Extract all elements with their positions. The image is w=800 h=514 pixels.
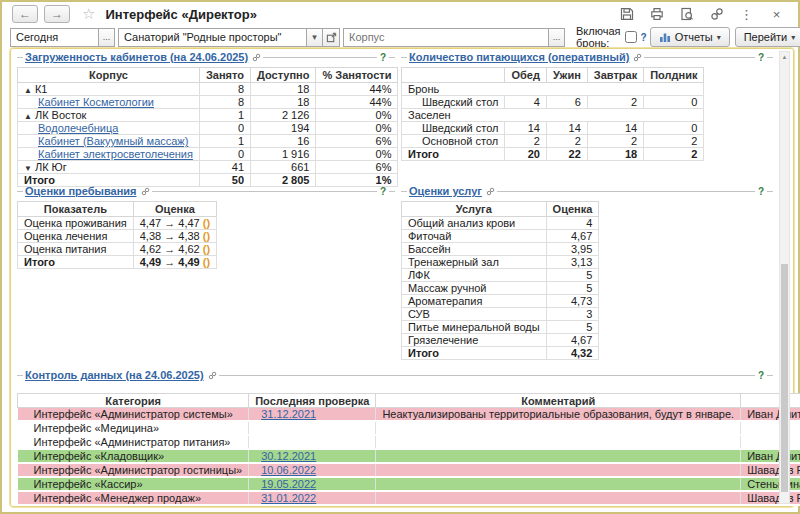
scroll-up-icon[interactable]: ▲ <box>780 52 789 62</box>
service-label: Ароматерапия <box>402 295 547 308</box>
panel-help-link[interactable]: ? <box>755 370 767 381</box>
meal-label: Шведский стол <box>402 122 505 135</box>
panel-data-control-title-link[interactable]: Контроль данных (на 24.06.2025) <box>23 369 206 381</box>
corpus-cell: Кабинет (Вакуумный массаж) <box>18 135 200 148</box>
more-menu-icon[interactable]: ⋮ <box>739 7 754 22</box>
service-label: Питье минеральной воды <box>402 321 547 334</box>
goto-report-icon[interactable] <box>141 187 150 196</box>
scrollbar-thumb[interactable] <box>781 264 788 492</box>
panel-meals-title-link[interactable]: Количество питающихся (оперативный) <box>407 51 631 63</box>
favorite-star-icon[interactable]: ☆ <box>82 5 95 23</box>
include-booking-help-link[interactable]: ? <box>641 32 647 43</box>
sanatorium-open-button[interactable] <box>323 28 340 47</box>
include-booking-checkbox[interactable] <box>625 31 637 43</box>
goto-button[interactable]: Перейти ▾ <box>735 27 800 47</box>
column-header[interactable]: Оценка <box>546 202 599 217</box>
table-row: Интерфейс «Администратор питания» <box>18 435 800 449</box>
panel-help-link[interactable]: ? <box>755 52 767 63</box>
close-icon[interactable]: × <box>769 7 784 22</box>
table-row: Итого2022182 <box>402 148 704 161</box>
rating-cell: 4,73 <box>546 295 599 308</box>
column-header[interactable]: Корпус <box>18 68 200 83</box>
panel-help-link[interactable]: ? <box>755 186 767 197</box>
column-header[interactable]: Ответственный <box>741 394 800 408</box>
column-header[interactable]: Доступно <box>251 68 316 83</box>
cabinet-link[interactable]: Водолечебница <box>38 122 118 134</box>
group-label[interactable]: Бронь <box>402 83 704 96</box>
column-header[interactable]: Услуга <box>402 202 547 217</box>
column-header[interactable]: Категория <box>18 394 249 408</box>
column-header[interactable]: Ужин <box>546 68 587 83</box>
goto-report-icon[interactable] <box>208 371 217 380</box>
column-header[interactable]: Полдник <box>644 68 704 83</box>
expand-icon[interactable]: ▲ <box>24 112 32 121</box>
table-row: Интерфейс «Кассир»19.05.2022Стеньшина Лю… <box>18 477 800 491</box>
column-header[interactable] <box>402 68 505 83</box>
service-label: Общий анализ крови <box>402 217 547 230</box>
panel-help-link[interactable]: ? <box>377 52 389 63</box>
value-cell: 18 <box>251 83 316 96</box>
reports-button[interactable]: Отчеты ▾ <box>650 27 730 47</box>
sanatorium-field: ▾ <box>118 28 340 47</box>
save-icon[interactable] <box>619 7 634 22</box>
goto-report-icon[interactable] <box>252 53 261 62</box>
check-date-link[interactable]: 19.05.2022 <box>261 478 316 490</box>
column-header[interactable]: Завтрак <box>587 68 643 83</box>
expand-icon[interactable]: ▼ <box>24 164 32 173</box>
korpus-input[interactable] <box>343 28 548 47</box>
category-cell: Интерфейс «Администратор гостиницы» <box>18 463 249 477</box>
panel-help-link[interactable]: ? <box>377 186 389 197</box>
category-cell: Интерфейс «Администратор системы» <box>18 408 249 422</box>
value-cell: 0% <box>316 148 398 161</box>
panel-stay-ratings-title-link[interactable]: Оценки пребывания <box>23 185 139 197</box>
corpus-cell: Кабинет электросветолечения <box>18 148 200 161</box>
panel-meals: Количество питающихся (оперативный) ? Об… <box>401 51 773 183</box>
cabinet-link[interactable]: Кабинет электросветолечения <box>38 148 193 160</box>
goto-report-icon[interactable] <box>486 187 495 196</box>
period-input[interactable] <box>10 28 98 47</box>
column-header[interactable]: Оценка <box>133 202 216 217</box>
print-icon[interactable] <box>649 7 664 22</box>
column-header[interactable]: Последняя проверка <box>249 394 376 408</box>
preview-icon[interactable] <box>679 7 694 22</box>
indicator-label: Итого <box>18 256 134 269</box>
sanatorium-dropdown-button[interactable]: ▾ <box>306 28 323 47</box>
vertical-scrollbar[interactable]: ▲ <box>779 51 790 504</box>
check-date-link[interactable]: 31.12.2021 <box>261 408 316 420</box>
goto-report-icon[interactable] <box>633 53 642 62</box>
back-button[interactable]: ← <box>12 5 38 23</box>
panel-cabinets-title-link[interactable]: Загруженность кабинетов (на 24.06.2025) <box>23 51 250 63</box>
column-header[interactable]: Показатель <box>18 202 134 217</box>
check-date-link[interactable]: 30.12.2021 <box>261 450 316 462</box>
table-row: Оценка проживания4,47 → 4,47 () <box>18 217 217 230</box>
rating-cell: 5 <box>546 282 599 295</box>
korpus-more-button[interactable]: ... <box>548 28 565 47</box>
check-date-link[interactable]: 10.06.2022 <box>261 464 316 476</box>
expand-icon[interactable]: ▲ <box>24 86 32 95</box>
corpus-cell[interactable]: ▼ЛК Юг <box>18 161 200 174</box>
link-icon[interactable] <box>709 7 724 22</box>
corpus-cell[interactable]: ▲ЛК Восток <box>18 109 200 122</box>
panel-service-ratings-title-link[interactable]: Оценки услуг <box>407 185 484 197</box>
meal-label: Итого <box>402 148 505 161</box>
column-header[interactable]: Занято <box>199 68 250 83</box>
group-label[interactable]: Заселен <box>402 109 704 122</box>
column-header[interactable]: Комментарий <box>376 394 741 408</box>
korpus-field: ... <box>343 28 565 47</box>
period-more-button[interactable]: ... <box>98 28 115 47</box>
column-header[interactable]: Обед <box>505 68 546 83</box>
value-cell: 0 <box>644 122 704 135</box>
sanatorium-input[interactable] <box>118 28 306 47</box>
cabinet-link[interactable]: Кабинет Косметологии <box>38 96 154 108</box>
value-cell: 18 <box>587 148 643 161</box>
forward-button[interactable]: → <box>44 5 70 23</box>
service-label: Бассейн <box>402 243 547 256</box>
check-date-link[interactable]: 31.01.2022 <box>261 492 316 504</box>
category-cell: Интерфейс «Кассир» <box>18 477 249 491</box>
table-row: СУВ3 <box>402 308 599 321</box>
column-header[interactable]: % Занятости <box>316 68 398 83</box>
cabinet-link[interactable]: Кабинет (Вакуумный массаж) <box>38 135 188 147</box>
table-row: Кабинет электросветолечения01 9160% <box>18 148 398 161</box>
value-cell: 44% <box>316 96 398 109</box>
corpus-cell[interactable]: ▲К1 <box>18 83 200 96</box>
